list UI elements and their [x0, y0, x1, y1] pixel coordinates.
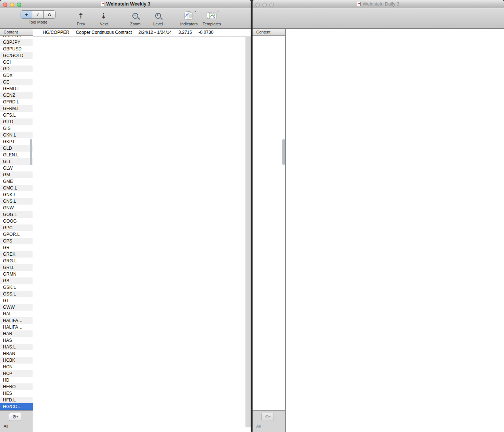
sidebar-item[interactable]: GBPUSD [0, 46, 33, 52]
sidebar-item[interactable]: GNK.L [0, 191, 33, 198]
indicators-icon [178, 10, 200, 21]
prev-label: Prev [69, 22, 92, 26]
prev-button[interactable]: ⇡Prev [69, 10, 92, 26]
indicators-button[interactable]: ▾Indicators [178, 10, 200, 26]
tool-mode-segment-1[interactable]: / [32, 11, 44, 18]
sidebar-item[interactable]: HCBK [0, 357, 33, 364]
sidebar-item[interactable]: GPC [0, 224, 33, 231]
sidebar-item[interactable]: GCI [0, 59, 33, 65]
templates-label: Templates [200, 22, 223, 26]
sidebar-item[interactable]: GMG.L [0, 185, 33, 191]
sidebar-item[interactable]: GFRM.L [0, 105, 33, 112]
sidebar-item[interactable]: GPOR.L [0, 231, 33, 238]
toolbar-group: ⇡Prev⇣Next [69, 10, 115, 26]
sidebar-item[interactable]: HAS [0, 337, 33, 344]
symbol-list[interactable]: GBPEURGBPJPYGBPUSDGC/GOLDGCIGDGDXGEGEMD.… [0, 36, 33, 410]
chart-header-price: 3.2715 [178, 30, 192, 35]
sidebar-header: Content [0, 29, 33, 36]
sidebar-item[interactable]: GLEN.L [0, 152, 33, 158]
chart-header: HG/COPPERCopper Continuous Contract2/24/… [33, 29, 230, 37]
sidebar-item[interactable]: GC/GOLD [0, 52, 33, 59]
sidebar-item[interactable]: GOG.L [0, 211, 33, 218]
sidebar-item[interactable]: GIS [0, 125, 33, 132]
tool-mode-segments: +/A [21, 10, 56, 19]
sidebar-item[interactable]: GE [0, 79, 33, 85]
sidebar-item[interactable]: HAR [0, 330, 33, 337]
sidebar-item[interactable]: HAL [0, 311, 33, 317]
sidebar-scrollbar-thumb[interactable] [30, 139, 32, 165]
sidebar-item[interactable]: GS [0, 277, 33, 284]
content-sidebar: Content GBPEURGBPJPYGBPUSDGC/GOLDGCIGDGD… [0, 29, 33, 432]
document-icon [101, 2, 104, 6]
pane-separator [33, 36, 251, 36]
sidebar-item[interactable]: HFD.L [0, 397, 33, 403]
titlebar[interactable]: Weinstein Daily 3 [253, 0, 504, 8]
sidebar-item[interactable]: HALIFA… [0, 324, 33, 330]
sidebar-item[interactable]: GSK.L [0, 284, 33, 291]
sidebar-item[interactable]: GFS.L [0, 112, 33, 118]
sidebar-item[interactable]: HES [0, 390, 33, 397]
symbol-list[interactable] [253, 36, 285, 410]
level-icon: + [147, 10, 169, 21]
sidebar-item[interactable]: GDX [0, 72, 33, 79]
sidebar-item[interactable]: GNS.L [0, 198, 33, 205]
level-button[interactable]: +Level [147, 10, 169, 26]
sidebar-item[interactable]: GSS.L [0, 291, 33, 297]
chart-header-symbol: HG/COPPER [43, 30, 69, 35]
sidebar-item[interactable]: HG/CO… [0, 403, 33, 410]
titlebar[interactable]: Weinstein Weekly 3 [0, 0, 251, 8]
sidebar-item[interactable]: HCP [0, 370, 33, 377]
indicators-label: Indicators [178, 22, 200, 26]
sidebar-item[interactable]: GOOG [0, 218, 33, 224]
gear-menu-button[interactable]: ⚙▾ [9, 413, 21, 421]
zoom-label: Zoom [124, 22, 147, 26]
next-button[interactable]: ⇣Next [92, 10, 115, 26]
sidebar-item[interactable]: GD [0, 65, 33, 72]
sidebar-item[interactable]: GFRD.L [0, 99, 33, 105]
sidebar-item[interactable]: GKP.L [0, 138, 33, 145]
sidebar-item[interactable]: GLD [0, 145, 33, 152]
sidebar-item[interactable]: HERO [0, 383, 33, 390]
sidebar-item[interactable]: GNW [0, 205, 33, 211]
sidebar-item[interactable]: GKN.L [0, 132, 33, 138]
sidebar-item[interactable]: HBAN [0, 350, 33, 357]
templates-button[interactable]: ▾Templates [200, 10, 223, 26]
sidebar-item[interactable]: GBPEUR [0, 36, 33, 39]
sidebar-item[interactable]: HD [0, 377, 33, 383]
prev-icon: ⇡ [69, 10, 92, 21]
sidebar-item[interactable]: GILD [0, 118, 33, 125]
sidebar-item[interactable]: GLW [0, 165, 33, 171]
sidebar-item[interactable]: GRI.L [0, 264, 33, 271]
sidebar-item[interactable]: GWW [0, 304, 33, 311]
sidebar-item[interactable]: GPS [0, 238, 33, 244]
tool-mode-label: Tool Mode [21, 20, 56, 24]
gear-menu-button[interactable]: ⚙▾ [261, 413, 274, 421]
pane-menu-strip [246, 37, 251, 427]
sidebar-item[interactable]: GME [0, 178, 33, 185]
sidebar-scrollbar-thumb[interactable] [282, 139, 285, 165]
tool-mode-segment-0[interactable]: + [21, 11, 32, 18]
window-weinstein-daily: Weinstein Daily 3 Content ⚙▾ All [253, 0, 504, 432]
sidebar-item[interactable]: HCN [0, 364, 33, 370]
sidebar-item[interactable]: HALIFA… [0, 317, 33, 324]
dropdown-caret-icon: ▾ [194, 10, 196, 13]
sidebar-item[interactable]: GLL [0, 158, 33, 165]
sidebar-item[interactable]: GREK [0, 251, 33, 258]
sidebar-item[interactable]: HAS.L [0, 344, 33, 350]
next-label: Next [92, 22, 115, 26]
sidebar-item[interactable]: GRMN [0, 271, 33, 277]
sidebar-item[interactable]: GRG.L [0, 258, 33, 264]
tool-mode-segment-2[interactable]: A [44, 11, 55, 18]
sidebar-item[interactable]: GENZ [0, 92, 33, 99]
toolbar-group: ▾Indicators▾Templates [178, 10, 223, 26]
sidebar-item[interactable]: GEMD.L [0, 85, 33, 92]
sidebar-item[interactable]: GM [0, 171, 33, 178]
sidebar-item[interactable]: GBPJPY [0, 39, 33, 46]
sidebar-scope-label: All [256, 424, 261, 428]
window-title: Weinstein Daily 3 [253, 1, 504, 7]
window-weinstein-weekly: Weinstein Weekly 3 +/ATool Mode⇡Prev⇣Nex… [0, 0, 251, 432]
content-sidebar: Content ⚙▾ All [253, 29, 286, 432]
zoom-button[interactable]: −Zoom [124, 10, 147, 26]
sidebar-item[interactable]: GT [0, 297, 33, 304]
sidebar-item[interactable]: GR [0, 244, 33, 251]
